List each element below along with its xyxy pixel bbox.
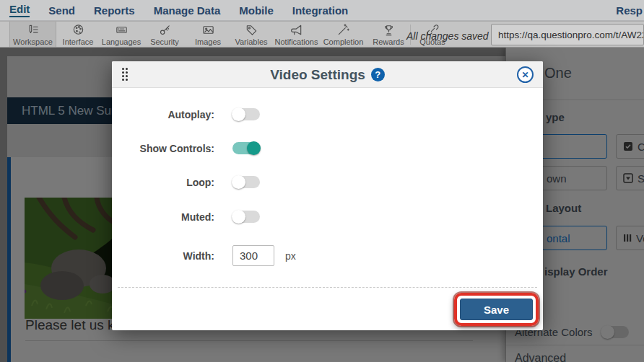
show-controls-label: Show Controls: [112,140,214,157]
muted-label: Muted: [112,208,214,226]
width-label: Width: [112,245,214,267]
close-icon[interactable]: ✕ [517,66,534,83]
footer-separator [118,287,537,288]
video-settings-modal: Video Settings ? ✕ Autoplay: Show Contro… [112,61,543,330]
save-button[interactable]: Save [460,299,533,320]
autoplay-toggle[interactable] [232,108,260,120]
width-input[interactable] [232,245,274,266]
loop-label: Loop: [112,174,214,191]
save-highlight-annotation: Save [454,293,539,326]
show-controls-toggle[interactable] [232,142,260,154]
modal-header: Video Settings ? ✕ [112,61,543,88]
muted-toggle[interactable] [232,211,260,223]
help-icon[interactable]: ? [371,68,385,81]
loop-toggle[interactable] [232,176,260,188]
modal-title: Video Settings [270,67,365,83]
width-unit-label: px [285,245,296,267]
autoplay-label: Autoplay: [112,106,214,123]
questionpro-editor: HTML 5 New Surve [0,0,644,362]
